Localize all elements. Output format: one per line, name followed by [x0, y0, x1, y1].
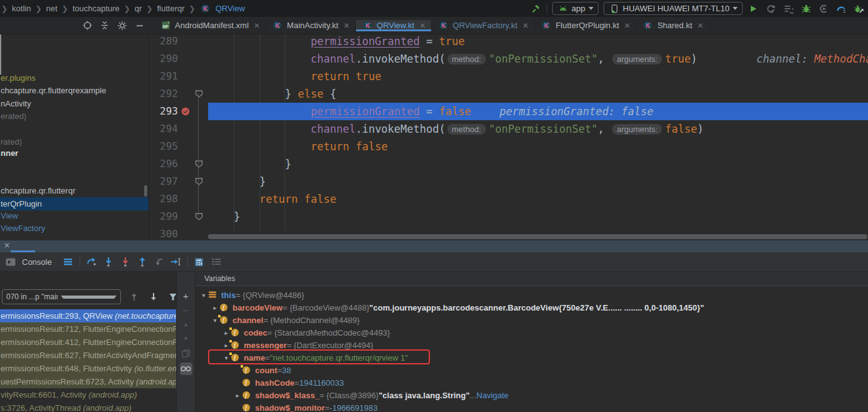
- profiler-icon[interactable]: [835, 3, 847, 14]
- variable-row-codec[interactable]: ▸fcodec = {StandardMethodCodec@4493}: [196, 326, 868, 339]
- profile-icon[interactable]: [818, 3, 829, 14]
- chevron-right-icon[interactable]: ▸: [222, 342, 231, 349]
- code-text[interactable]: }: [208, 155, 868, 173]
- code-text[interactable]: permissionGranted = falsepermissionGrant…: [208, 103, 868, 120]
- close-icon[interactable]: ✕: [343, 21, 350, 30]
- stack-frame[interactable]: s:3726, ActivityThread (android.app): [0, 401, 176, 412]
- drop-frame-icon[interactable]: [154, 256, 165, 267]
- code-text[interactable]: permissionGranted = true: [208, 34, 868, 50]
- filter-icon[interactable]: [167, 291, 177, 302]
- variable-row-this[interactable]: ▾this = {QRView@4486}: [196, 289, 868, 301]
- hide-panel-icon[interactable]: [134, 20, 145, 31]
- close-icon[interactable]: ✕: [419, 21, 426, 30]
- variable-row-messenger[interactable]: ▸fmessenger = {DartExecutor@4494}: [196, 339, 868, 351]
- gutter-pin-icon[interactable]: [194, 208, 203, 225]
- horizontal-scrollbar[interactable]: [208, 234, 867, 239]
- gutter-pin-icon[interactable]: [194, 173, 203, 190]
- add-watch-icon[interactable]: +: [180, 291, 192, 301]
- variable-row-barcodeView[interactable]: ▸fbarcodeView = {BarcodeView@4488} "com.…: [196, 301, 868, 314]
- collapse-all-icon[interactable]: [99, 20, 110, 31]
- code-text[interactable]: }: [208, 208, 868, 225]
- close-icon[interactable]: ✕: [254, 21, 260, 30]
- breadcrumb-current[interactable]: QRView: [216, 4, 245, 13]
- stack-frame[interactable]: ermissionsResult:627, FlutterActivityAnd…: [0, 349, 176, 362]
- breadcrumb-item[interactable]: touchcapture: [73, 4, 120, 13]
- variable-row-hashCode[interactable]: fhashCode = 1941160033: [196, 376, 868, 389]
- apply-changes-restart-icon[interactable]: A: [765, 3, 776, 14]
- run-to-cursor-icon[interactable]: [170, 256, 182, 267]
- close-icon[interactable]: ✕: [698, 21, 704, 30]
- code-text[interactable]: channel.invokeMethod(method:"onPermissio…: [208, 50, 868, 68]
- device-select[interactable]: HUAWEI HUAWEI MT7-TL10: [604, 2, 743, 15]
- close-icon[interactable]: ✕: [624, 21, 630, 30]
- chevron-down-icon[interactable]: ▾: [222, 354, 231, 361]
- project-item[interactable]: chcapture.qr.flutterqr: [0, 185, 75, 197]
- prev-frame-icon[interactable]: [128, 291, 140, 302]
- debug-icon[interactable]: [800, 3, 812, 14]
- navigate-link[interactable]: Navigate: [476, 391, 508, 400]
- code-text[interactable]: } else {: [208, 85, 868, 103]
- stack-frame[interactable]: ermissionsResult:293, QRView (net.touchc…: [0, 309, 176, 322]
- code-text[interactable]: }: [208, 173, 868, 190]
- breadcrumb-item[interactable]: qr: [135, 4, 142, 13]
- project-item[interactable]: er.plugins: [0, 72, 36, 85]
- tab-FlutterQrPlugin.kt[interactable]: FlutterQrPlugin.kt✕: [535, 20, 637, 31]
- breadcrumb-item[interactable]: net: [46, 4, 57, 13]
- code-editor[interactable]: 289 permissionGranted = true290 channel.…: [149, 34, 868, 240]
- close-icon[interactable]: ✕: [523, 21, 529, 30]
- code-text[interactable]: channel.invokeMethod(method:"onPermissio…: [208, 120, 868, 138]
- chevron-down-icon[interactable]: ▾: [211, 317, 219, 324]
- step-into-icon[interactable]: [103, 256, 114, 267]
- tab-QRView.kt[interactable]: QRView.kt✕: [356, 20, 432, 31]
- code-text[interactable]: return false: [208, 138, 868, 155]
- restore-layout-icon[interactable]: [63, 256, 74, 267]
- chevron-right-icon[interactable]: ▸: [233, 392, 242, 399]
- project-item[interactable]: View: [0, 210, 18, 222]
- project-scrollbar[interactable]: [0, 34, 1, 75]
- breakpoint-icon[interactable]: [180, 103, 191, 120]
- duplicate-watch-icon[interactable]: [180, 348, 192, 358]
- step-over-icon[interactable]: [86, 256, 97, 267]
- tab-QRViewFactory.kt[interactable]: QRViewFactory.kt✕: [432, 20, 535, 31]
- project-item[interactable]: erated): [0, 110, 26, 123]
- stack-frame[interactable]: ermissionsResult:712, FlutterEngineConne…: [0, 322, 176, 336]
- stack-frame[interactable]: ermissionsResult:412, FlutterEngineConne…: [0, 336, 176, 349]
- code-text[interactable]: return true: [208, 68, 868, 85]
- attach-debugger-icon[interactable]: [853, 3, 864, 14]
- remove-watch-icon[interactable]: −: [180, 305, 192, 315]
- evaluate-expression-icon[interactable]: [194, 256, 205, 267]
- project-item[interactable]: nActivity: [0, 98, 31, 110]
- thread-selector[interactable]: 070 in ...p "main": RUNNING: [2, 289, 121, 304]
- project-item[interactable]: chcapture.qr.flutterqrexample: [0, 85, 106, 97]
- gutter-pin-icon[interactable]: [194, 85, 203, 103]
- gutter-pin-icon[interactable]: [194, 155, 203, 173]
- move-down-icon[interactable]: ▼: [180, 334, 192, 344]
- next-frame-icon[interactable]: [148, 291, 159, 302]
- breadcrumb-item[interactable]: flutterqr: [157, 4, 184, 13]
- project-item-selected[interactable]: terQrPlugin: [0, 197, 149, 210]
- breadcrumb-item[interactable]: kotlin: [12, 4, 31, 13]
- apply-code-changes-icon[interactable]: [783, 3, 794, 14]
- project-scrollbar-thumb[interactable]: [144, 185, 147, 197]
- variable-row-shadow$_monitor[interactable]: fshadow$_monitor = -1966691983: [196, 401, 868, 412]
- trace-icon[interactable]: [211, 256, 222, 267]
- stack-frame[interactable]: uestPermissionsResult:6723, Activity (an…: [0, 375, 176, 388]
- variable-row-shadow$_klass_[interactable]: ▸fshadow$_klass_ = {Class@3896} "class j…: [196, 389, 868, 401]
- tab-MainActivity.kt[interactable]: MainActivity.kt✕: [266, 20, 356, 31]
- variable-row-name[interactable]: ▾fname = "net.touchcapture.qr.flutterqr/…: [196, 351, 868, 364]
- build-hammer-icon[interactable]: [530, 3, 541, 14]
- tab-AndroidManifest.xml[interactable]: MFAndroidManifest.xml✕: [154, 20, 266, 31]
- show-watches-icon[interactable]: [180, 363, 192, 375]
- tab-Shared.kt[interactable]: Shared.kt✕: [637, 20, 710, 31]
- project-item[interactable]: rated): [0, 136, 22, 148]
- chevron-down-icon[interactable]: ▾: [199, 292, 208, 299]
- project-item[interactable]: ViewFactory: [0, 222, 45, 235]
- run-icon[interactable]: [748, 3, 759, 14]
- run-config-select[interactable]: app: [552, 2, 599, 15]
- project-item[interactable]: nner: [0, 147, 18, 160]
- locate-file-icon[interactable]: [81, 20, 93, 31]
- variable-row-count[interactable]: fcount = 38: [196, 364, 868, 376]
- variable-row-channel[interactable]: ▾fchannel = {MethodChannel@4489}: [196, 314, 868, 326]
- force-step-into-icon[interactable]: [120, 256, 131, 267]
- stack-frame[interactable]: vityResult:6601, Activity (android.app): [0, 388, 176, 401]
